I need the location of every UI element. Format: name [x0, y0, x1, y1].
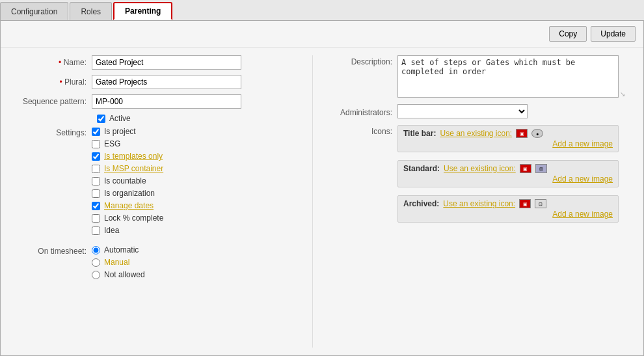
standard-icon-preview1: ▣ [520, 164, 531, 173]
standard-icon-preview2: ⊞ [535, 164, 547, 173]
setting-esg: ESG [92, 139, 163, 148]
setting-idea: Idea [92, 226, 163, 235]
plural-input[interactable] [92, 75, 241, 89]
icon-groups: Title bar: Use an existing icon: ▣ ● Add… [397, 125, 619, 226]
timesheet-manual-radio[interactable] [92, 258, 100, 267]
setting-is-organization: Is organization [92, 189, 163, 198]
left-panel: Name: Plural: Sequence pattern: Active S… [1, 55, 313, 348]
description-textarea[interactable]: A set of steps or Gates which must be co… [397, 55, 619, 98]
setting-is-msp-container: Is MSP container [92, 164, 163, 173]
sequence-row: Sequence pattern: [14, 94, 299, 109]
idea-checkbox[interactable] [92, 226, 100, 235]
titlebar-add-image-link[interactable]: Add a new image [403, 139, 613, 148]
resize-indicator: ↘ [620, 90, 625, 98]
form-area: Name: Plural: Sequence pattern: Active S… [1, 48, 643, 355]
toolbar: Copy Update [1, 21, 643, 48]
plural-label: Plural: [14, 77, 92, 87]
titlebar-icon-group: Title bar: Use an existing icon: ▣ ● Add… [397, 125, 619, 152]
archived-icon-preview1: ▣ [519, 199, 531, 208]
tab-configuration[interactable]: Configuration [0, 2, 68, 20]
lock-percent-checkbox[interactable] [92, 214, 100, 223]
timesheet-manual: Manual [92, 258, 145, 267]
active-checkbox[interactable] [97, 115, 105, 123]
timesheet-automatic-radio[interactable] [92, 246, 100, 254]
description-label: Description: [326, 55, 397, 66]
sequence-input[interactable] [92, 94, 241, 109]
name-input[interactable] [92, 55, 241, 70]
titlebar-icon-preview2: ● [531, 129, 543, 138]
is-templates-only-checkbox[interactable] [92, 152, 100, 161]
standard-add-image-link[interactable]: Add a new image [403, 174, 613, 184]
setting-is-templates-only: Is templates only [92, 152, 163, 161]
right-panel: Description: A set of steps or Gates whi… [313, 55, 643, 348]
archived-add-image-link[interactable]: Add a new image [403, 210, 613, 219]
sequence-label: Sequence pattern: [14, 97, 92, 106]
update-button[interactable]: Update [591, 26, 636, 42]
setting-is-countable: Is countable [92, 176, 163, 185]
tab-parenting[interactable]: Parenting [113, 2, 172, 20]
archived-icon-top: Archived: Use an existing icon: ▣ ⊡ [403, 199, 613, 208]
tab-roles[interactable]: Roles [70, 2, 112, 20]
administrators-row: Administrators: [326, 104, 630, 118]
standard-icon-group: Standard: Use an existing icon: ▣ ⊞ Add … [397, 160, 619, 187]
is-msp-container-checkbox[interactable] [92, 165, 100, 173]
standard-icon-top: Standard: Use an existing icon: ▣ ⊞ [403, 164, 613, 173]
tab-bar: Configuration Roles Parenting [0, 0, 644, 21]
settings-label: Settings: [14, 127, 92, 235]
titlebar-icon-preview1: ▣ [516, 129, 528, 138]
plural-row: Plural: [14, 75, 299, 89]
is-project-checkbox[interactable] [92, 128, 100, 136]
timesheet-label: On timesheet: [14, 245, 92, 279]
copy-button[interactable]: Copy [549, 26, 587, 42]
standard-type-label: Standard: [403, 164, 440, 173]
archived-use-existing-link[interactable]: Use an existing icon: [443, 199, 515, 208]
settings-items: Is project ESG Is templates only Is MSP … [92, 127, 163, 235]
settings-section: Settings: Is project ESG Is templates on… [14, 127, 299, 235]
name-label: Name: [14, 58, 92, 67]
setting-lock-percent: Lock % complete [92, 213, 163, 223]
archived-icon-group: Archived: Use an existing icon: ▣ ⊡ Add … [397, 195, 619, 223]
timesheet-options: Automatic Manual Not allowed [92, 245, 145, 279]
archived-icon-preview2: ⊡ [535, 199, 546, 208]
timesheet-section: On timesheet: Automatic Manual Not allow… [14, 245, 299, 279]
timesheet-not-allowed: Not allowed [92, 270, 145, 279]
icons-row: Icons: Title bar: Use an existing icon: … [326, 125, 630, 226]
standard-use-existing-link[interactable]: Use an existing icon: [444, 164, 516, 173]
titlebar-type-label: Title bar: [403, 129, 436, 138]
main-content: Copy Update Name: Plural: Sequence patte… [0, 21, 644, 356]
titlebar-use-existing-link[interactable]: Use an existing icon: [440, 129, 512, 138]
timesheet-automatic: Automatic [92, 245, 145, 254]
timesheet-not-allowed-radio[interactable] [92, 271, 100, 279]
archived-type-label: Archived: [403, 199, 439, 208]
manage-dates-checkbox[interactable] [92, 202, 100, 210]
icons-label: Icons: [326, 125, 397, 136]
setting-is-project: Is project [92, 127, 163, 136]
administrators-label: Administrators: [326, 106, 397, 117]
description-row: Description: A set of steps or Gates whi… [326, 55, 630, 98]
is-countable-checkbox[interactable] [92, 177, 100, 185]
esg-checkbox[interactable] [92, 140, 100, 148]
name-row: Name: [14, 55, 299, 70]
active-row: Active [14, 114, 299, 123]
setting-manage-dates: Manage dates [92, 201, 163, 210]
active-label: Active [109, 114, 131, 123]
is-organization-checkbox[interactable] [92, 189, 100, 198]
titlebar-icon-top: Title bar: Use an existing icon: ▣ ● [403, 129, 613, 138]
administrators-select[interactable] [397, 104, 528, 118]
